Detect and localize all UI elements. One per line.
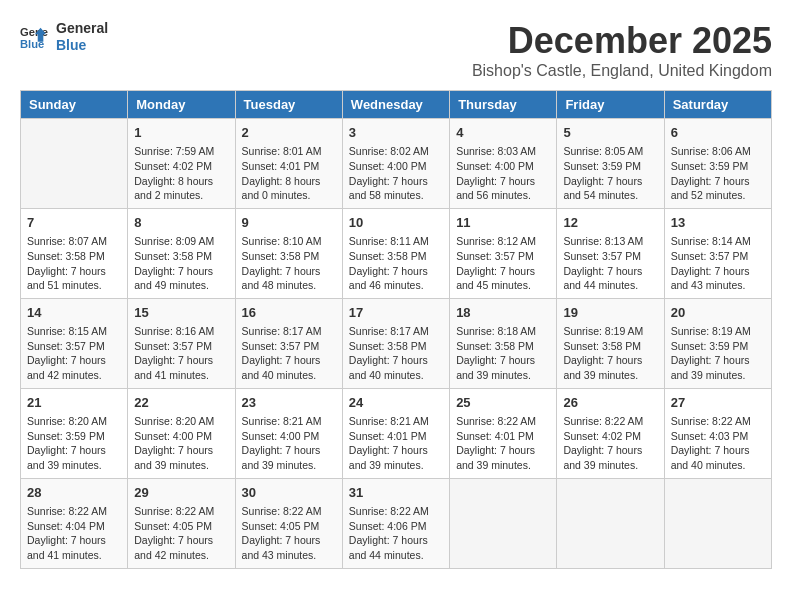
day-number: 2: [242, 124, 336, 142]
day-number: 3: [349, 124, 443, 142]
day-number: 21: [27, 394, 121, 412]
sunset-text: Sunset: 4:00 PM: [242, 430, 320, 442]
calendar-cell: 5Sunrise: 8:05 AMSunset: 3:59 PMDaylight…: [557, 119, 664, 209]
title-block: December 2025 Bishop's Castle, England, …: [472, 20, 772, 80]
calendar-cell: 28Sunrise: 8:22 AMSunset: 4:04 PMDayligh…: [21, 478, 128, 568]
daylight-text: Daylight: 7 hours and 54 minutes.: [563, 175, 642, 202]
sunset-text: Sunset: 3:58 PM: [563, 340, 641, 352]
day-number: 24: [349, 394, 443, 412]
sunrise-text: Sunrise: 8:03 AM: [456, 145, 536, 157]
daylight-text: Daylight: 7 hours and 49 minutes.: [134, 265, 213, 292]
daylight-text: Daylight: 7 hours and 39 minutes.: [242, 444, 321, 471]
daylight-text: Daylight: 7 hours and 42 minutes.: [27, 354, 106, 381]
day-number: 13: [671, 214, 765, 232]
calendar-cell: 25Sunrise: 8:22 AMSunset: 4:01 PMDayligh…: [450, 388, 557, 478]
sunrise-text: Sunrise: 8:22 AM: [349, 505, 429, 517]
calendar-cell: 3Sunrise: 8:02 AMSunset: 4:00 PMDaylight…: [342, 119, 449, 209]
day-number: 16: [242, 304, 336, 322]
calendar-cell: 8Sunrise: 8:09 AMSunset: 3:58 PMDaylight…: [128, 208, 235, 298]
sunset-text: Sunset: 4:02 PM: [563, 430, 641, 442]
calendar-table: SundayMondayTuesdayWednesdayThursdayFrid…: [20, 90, 772, 569]
sunrise-text: Sunrise: 8:10 AM: [242, 235, 322, 247]
daylight-text: Daylight: 8 hours and 2 minutes.: [134, 175, 213, 202]
sunset-text: Sunset: 3:58 PM: [27, 250, 105, 262]
week-row-4: 21Sunrise: 8:20 AMSunset: 3:59 PMDayligh…: [21, 388, 772, 478]
sunset-text: Sunset: 4:00 PM: [456, 160, 534, 172]
week-row-5: 28Sunrise: 8:22 AMSunset: 4:04 PMDayligh…: [21, 478, 772, 568]
column-header-wednesday: Wednesday: [342, 91, 449, 119]
sunset-text: Sunset: 4:05 PM: [134, 520, 212, 532]
sunrise-text: Sunrise: 8:12 AM: [456, 235, 536, 247]
daylight-text: Daylight: 7 hours and 44 minutes.: [349, 534, 428, 561]
sunrise-text: Sunrise: 8:11 AM: [349, 235, 429, 247]
sunset-text: Sunset: 3:58 PM: [456, 340, 534, 352]
calendar-cell: 1Sunrise: 7:59 AMSunset: 4:02 PMDaylight…: [128, 119, 235, 209]
sunrise-text: Sunrise: 8:22 AM: [242, 505, 322, 517]
calendar-cell: 6Sunrise: 8:06 AMSunset: 3:59 PMDaylight…: [664, 119, 771, 209]
sunrise-text: Sunrise: 8:22 AM: [563, 415, 643, 427]
sunrise-text: Sunrise: 8:06 AM: [671, 145, 751, 157]
calendar-cell: 21Sunrise: 8:20 AMSunset: 3:59 PMDayligh…: [21, 388, 128, 478]
daylight-text: Daylight: 7 hours and 41 minutes.: [27, 534, 106, 561]
sunset-text: Sunset: 4:06 PM: [349, 520, 427, 532]
day-number: 17: [349, 304, 443, 322]
daylight-text: Daylight: 7 hours and 42 minutes.: [134, 534, 213, 561]
logo-text-general: General: [56, 20, 108, 37]
sunset-text: Sunset: 4:01 PM: [242, 160, 320, 172]
day-number: 15: [134, 304, 228, 322]
sunrise-text: Sunrise: 8:14 AM: [671, 235, 751, 247]
daylight-text: Daylight: 7 hours and 43 minutes.: [671, 265, 750, 292]
daylight-text: Daylight: 7 hours and 39 minutes.: [456, 354, 535, 381]
sunset-text: Sunset: 3:57 PM: [27, 340, 105, 352]
calendar-cell: 26Sunrise: 8:22 AMSunset: 4:02 PMDayligh…: [557, 388, 664, 478]
sunrise-text: Sunrise: 8:22 AM: [671, 415, 751, 427]
sunrise-text: Sunrise: 8:02 AM: [349, 145, 429, 157]
daylight-text: Daylight: 7 hours and 45 minutes.: [456, 265, 535, 292]
calendar-cell: 7Sunrise: 8:07 AMSunset: 3:58 PMDaylight…: [21, 208, 128, 298]
sunset-text: Sunset: 3:57 PM: [456, 250, 534, 262]
sunrise-text: Sunrise: 8:01 AM: [242, 145, 322, 157]
sunset-text: Sunset: 3:57 PM: [134, 340, 212, 352]
sunset-text: Sunset: 3:58 PM: [134, 250, 212, 262]
sunset-text: Sunset: 3:59 PM: [671, 160, 749, 172]
sunrise-text: Sunrise: 8:19 AM: [563, 325, 643, 337]
daylight-text: Daylight: 7 hours and 39 minutes.: [671, 354, 750, 381]
calendar-cell: 31Sunrise: 8:22 AMSunset: 4:06 PMDayligh…: [342, 478, 449, 568]
sunrise-text: Sunrise: 8:18 AM: [456, 325, 536, 337]
day-number: 12: [563, 214, 657, 232]
header-row: SundayMondayTuesdayWednesdayThursdayFrid…: [21, 91, 772, 119]
week-row-3: 14Sunrise: 8:15 AMSunset: 3:57 PMDayligh…: [21, 298, 772, 388]
day-number: 4: [456, 124, 550, 142]
sunset-text: Sunset: 3:58 PM: [349, 340, 427, 352]
daylight-text: Daylight: 7 hours and 39 minutes.: [563, 444, 642, 471]
day-number: 29: [134, 484, 228, 502]
calendar-cell: 14Sunrise: 8:15 AMSunset: 3:57 PMDayligh…: [21, 298, 128, 388]
day-number: 23: [242, 394, 336, 412]
sunset-text: Sunset: 4:05 PM: [242, 520, 320, 532]
daylight-text: Daylight: 7 hours and 40 minutes.: [242, 354, 321, 381]
sunrise-text: Sunrise: 8:16 AM: [134, 325, 214, 337]
day-number: 26: [563, 394, 657, 412]
sunrise-text: Sunrise: 8:20 AM: [27, 415, 107, 427]
location-title: Bishop's Castle, England, United Kingdom: [472, 62, 772, 80]
calendar-cell: 15Sunrise: 8:16 AMSunset: 3:57 PMDayligh…: [128, 298, 235, 388]
sunset-text: Sunset: 3:58 PM: [349, 250, 427, 262]
day-number: 8: [134, 214, 228, 232]
logo: General Blue General Blue: [20, 20, 108, 54]
day-number: 27: [671, 394, 765, 412]
sunset-text: Sunset: 4:01 PM: [456, 430, 534, 442]
sunset-text: Sunset: 4:00 PM: [349, 160, 427, 172]
sunrise-text: Sunrise: 8:19 AM: [671, 325, 751, 337]
calendar-cell: 17Sunrise: 8:17 AMSunset: 3:58 PMDayligh…: [342, 298, 449, 388]
daylight-text: Daylight: 7 hours and 39 minutes.: [27, 444, 106, 471]
column-header-sunday: Sunday: [21, 91, 128, 119]
logo-text-blue: Blue: [56, 37, 108, 54]
column-header-thursday: Thursday: [450, 91, 557, 119]
sunset-text: Sunset: 3:57 PM: [563, 250, 641, 262]
sunset-text: Sunset: 3:59 PM: [27, 430, 105, 442]
calendar-cell: 22Sunrise: 8:20 AMSunset: 4:00 PMDayligh…: [128, 388, 235, 478]
sunset-text: Sunset: 4:04 PM: [27, 520, 105, 532]
calendar-cell: 16Sunrise: 8:17 AMSunset: 3:57 PMDayligh…: [235, 298, 342, 388]
week-row-2: 7Sunrise: 8:07 AMSunset: 3:58 PMDaylight…: [21, 208, 772, 298]
sunrise-text: Sunrise: 8:15 AM: [27, 325, 107, 337]
